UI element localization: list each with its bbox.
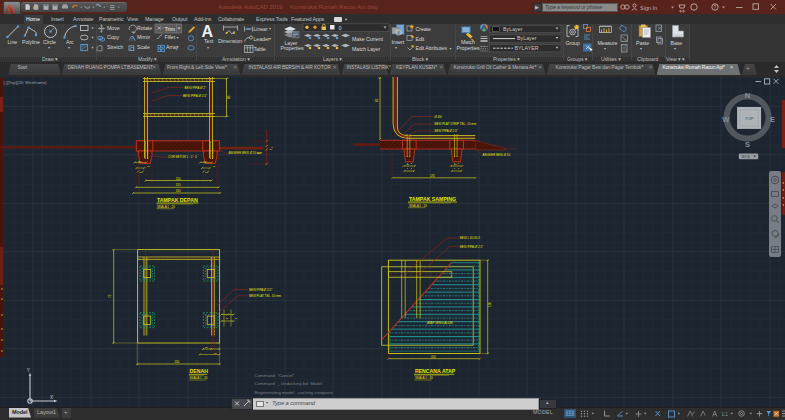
- svg-text:0: 0: [339, 25, 342, 31]
- svg-text:A: A: [202, 23, 214, 40]
- svg-text:30: 30: [407, 163, 410, 166]
- svg-text:COR BETON 1 : 2 : 3: COR BETON 1 : 2 : 3: [168, 155, 197, 159]
- svg-text:E: E: [770, 115, 775, 124]
- svg-text:Sign In: Sign In: [640, 5, 657, 11]
- svg-text:155: 155: [176, 183, 181, 187]
- svg-text:BESI PIPA Ø 2.5": BESI PIPA Ø 2.5": [460, 245, 483, 249]
- svg-text:150: 150: [488, 302, 492, 307]
- svg-text:BESI PIPA Ø 2.5": BESI PIPA Ø 2.5": [183, 94, 207, 98]
- svg-text:DENAH: DENAH: [190, 368, 209, 374]
- svg-text:Trim: Trim: [165, 26, 176, 32]
- svg-text:BESI PLAT STRIP TBL. 10 mm: BESI PLAT STRIP TBL. 10 mm: [435, 122, 477, 126]
- svg-text:150: 150: [431, 355, 436, 359]
- svg-text:Command: *Cancel*: Command: *Cancel*: [255, 373, 295, 378]
- svg-text:80: 80: [227, 95, 231, 99]
- svg-text:15: 15: [214, 352, 217, 355]
- svg-text:BESI L 30.30.3: BESI L 30.30.3: [460, 236, 480, 240]
- svg-text:ATAP SENG ALUM.: ATAP SENG ALUM.: [427, 321, 454, 325]
- svg-text:30: 30: [205, 171, 208, 174]
- svg-text:TAMPAK SAMPING: TAMPAK SAMPING: [409, 196, 456, 202]
- svg-text:N: N: [745, 91, 750, 100]
- svg-text:15: 15: [212, 165, 215, 168]
- svg-text:170: 170: [430, 174, 435, 178]
- svg-text:160: 160: [176, 189, 181, 193]
- svg-text:10: 10: [270, 148, 273, 151]
- svg-text:150: 150: [175, 360, 180, 364]
- svg-text:85: 85: [375, 98, 379, 102]
- svg-text:WCS: WCS: [742, 155, 751, 159]
- svg-text:X: X: [50, 395, 54, 400]
- svg-text:W: W: [722, 115, 730, 124]
- svg-text:TAMPAK DEPAN: TAMPAK DEPAN: [157, 197, 198, 203]
- svg-text:SKALA 1 : 20: SKALA 1 : 20: [409, 204, 427, 208]
- svg-text:15: 15: [235, 317, 238, 320]
- svg-text:SKALA 1 : 20: SKALA 1 : 20: [190, 376, 208, 380]
- svg-text:BYLAYER: BYLAYER: [515, 45, 539, 51]
- svg-text:15: 15: [226, 317, 229, 320]
- svg-text:15: 15: [147, 165, 150, 168]
- svg-text:ByLayer: ByLayer: [503, 26, 523, 32]
- svg-text:SKALA 1 : 20: SKALA 1 : 20: [157, 205, 175, 209]
- svg-text:1.1: 1.1: [722, 412, 729, 417]
- svg-text:30: 30: [454, 163, 457, 166]
- svg-text:Ø 4G: Ø 4G: [435, 115, 443, 119]
- svg-text:?: ?: [714, 4, 717, 10]
- svg-text:BESI PLAT TBL. 10 mm: BESI PLAT TBL. 10 mm: [249, 294, 282, 298]
- svg-text:15: 15: [205, 346, 208, 349]
- svg-text:S: S: [745, 140, 750, 149]
- svg-text:5: 5: [272, 146, 274, 148]
- svg-text:Regenerating model - caching v: Regenerating model - caching viewports: [255, 390, 334, 395]
- svg-text:150: 150: [176, 177, 181, 181]
- svg-text:SKALA 1 : 20: SKALA 1 : 20: [415, 376, 433, 380]
- svg-text:BESI PIPA Ø 2.5": BESI PIPA Ø 2.5": [435, 129, 458, 133]
- svg-text:30: 30: [140, 171, 143, 174]
- svg-text:[-][Top][2D Wireframe]: [-][Top][2D Wireframe]: [4, 80, 47, 85]
- svg-text:BESI PIPA Ø 2.5": BESI PIPA Ø 2.5": [249, 288, 272, 292]
- svg-text:Y: Y: [27, 368, 31, 373]
- svg-text:TOP: TOP: [745, 116, 754, 121]
- svg-text:BESI PIPA Ø 2": BESI PIPA Ø 2": [185, 86, 207, 90]
- svg-text:75: 75: [108, 294, 112, 298]
- svg-text:ANGKER BESI Ø 10: ANGKER BESI Ø 10: [483, 153, 511, 157]
- svg-text:RENCANA ATAP: RENCANA ATAP: [415, 368, 456, 374]
- svg-text:Command: _ Undocking bd: Model: Command: _ Undocking bd: Model: [255, 381, 323, 386]
- svg-text:ByLayer: ByLayer: [517, 35, 537, 41]
